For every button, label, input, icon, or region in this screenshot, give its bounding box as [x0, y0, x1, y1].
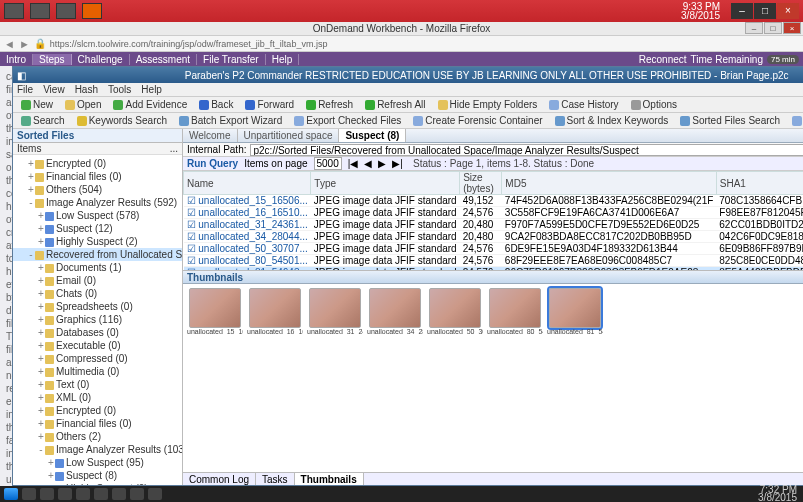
- reconnect-button[interactable]: Reconnect: [639, 54, 687, 65]
- case-history-button[interactable]: Case History: [545, 98, 622, 111]
- tree-node[interactable]: -Image Analyzer Results (103): [13, 443, 182, 456]
- thumbnail[interactable]: unallocated_34_28044_5.jpg: [367, 288, 423, 468]
- tree-node[interactable]: +Text (0): [13, 378, 182, 391]
- hide-empty-button[interactable]: Hide Empty Folders: [434, 98, 542, 111]
- new-button[interactable]: New: [17, 98, 57, 111]
- tree-node[interactable]: +Low Suspect (95): [13, 456, 182, 469]
- taskbar-item-4[interactable]: [76, 488, 90, 500]
- thumbnail[interactable]: unallocated_16_16510_9.jpg: [247, 288, 303, 468]
- table-row[interactable]: ☑ unallocated_16_16510...JPEG image data…: [184, 207, 804, 219]
- file-grid[interactable]: Name Type Size (bytes) MD5 SHA1 Creation…: [183, 171, 803, 271]
- open-button[interactable]: Open: [61, 98, 105, 111]
- taskbar-item-7[interactable]: [130, 488, 144, 500]
- ff-max[interactable]: □: [764, 22, 782, 34]
- os-max-button[interactable]: □: [754, 3, 776, 19]
- tree-node[interactable]: +Financial files (0): [13, 417, 182, 430]
- menu-file[interactable]: File: [17, 84, 33, 95]
- menu-tools[interactable]: Tools: [108, 84, 131, 95]
- tree-node[interactable]: +Suspect (8): [13, 469, 182, 482]
- table-row[interactable]: ☑ unallocated_50_30707...JPEG image data…: [184, 243, 804, 255]
- col-type[interactable]: Type: [311, 172, 460, 195]
- tree-node[interactable]: +Executable (0): [13, 339, 182, 352]
- items-per-page-value[interactable]: 5000: [314, 157, 342, 170]
- tree-node[interactable]: +Multimedia (0): [13, 365, 182, 378]
- table-row[interactable]: ☑ unallocated_15_16506...JPEG image data…: [184, 195, 804, 207]
- tree-node[interactable]: +Highly Suspect (0): [13, 482, 182, 485]
- menu-hash[interactable]: Hash: [75, 84, 98, 95]
- forward-button[interactable]: Forward: [241, 98, 298, 111]
- refresh-button[interactable]: Refresh: [302, 98, 357, 111]
- taskbar-firefox[interactable]: [82, 3, 102, 19]
- tab-steps[interactable]: Steps: [33, 54, 72, 65]
- tab-challenge[interactable]: Challenge: [72, 54, 130, 65]
- taskbar-item-5[interactable]: [94, 488, 108, 500]
- table-row[interactable]: ☑ unallocated_34_28044...JPEG image data…: [184, 231, 804, 243]
- tree-node[interactable]: +Encrypted (0): [13, 404, 182, 417]
- taskbar-item-6[interactable]: [112, 488, 126, 500]
- refresh-all-button[interactable]: Refresh All: [361, 98, 429, 111]
- ff-min[interactable]: –: [745, 22, 763, 34]
- taskbar-item-1[interactable]: [22, 488, 36, 500]
- path-field[interactable]: p2c://Sorted Files/Recovered from Unallo…: [250, 144, 803, 156]
- taskbar-item-8[interactable]: [148, 488, 162, 500]
- tab-common-log[interactable]: Common Log: [183, 473, 256, 485]
- thumbnail[interactable]: unallocated_31_24361_5.jpg: [307, 288, 363, 468]
- tree-node[interactable]: +Low Suspect (578): [13, 209, 182, 222]
- search-button[interactable]: Search: [17, 114, 69, 127]
- tab-thumbnails[interactable]: Thumbnails: [295, 473, 364, 485]
- back-icon[interactable]: ◄: [4, 38, 15, 50]
- os-min-button[interactable]: –: [731, 3, 753, 19]
- tab-assessment[interactable]: Assessment: [130, 54, 197, 65]
- taskbar-app-1[interactable]: [4, 3, 24, 19]
- options-button[interactable]: Options: [627, 98, 681, 111]
- forward-icon[interactable]: ►: [19, 38, 30, 50]
- tree-node[interactable]: +Databases (0): [13, 326, 182, 339]
- taskbar-item-2[interactable]: [40, 488, 54, 500]
- generate-report-button[interactable]: Generate Report: [788, 114, 803, 127]
- tree-node[interactable]: +Others (2): [13, 430, 182, 443]
- tree-node[interactable]: +Documents (1): [13, 261, 182, 274]
- keyword-search-button[interactable]: Keywords Search: [73, 114, 171, 127]
- nav-last-icon[interactable]: ▶|: [392, 158, 403, 169]
- taskbar-app-2[interactable]: [30, 3, 50, 19]
- tab-suspect[interactable]: Suspect (8): [339, 129, 406, 142]
- tree-node[interactable]: +Encrypted (0): [13, 157, 182, 170]
- address-bar[interactable]: https://slcm.toolwire.com/training/jsp/o…: [50, 39, 799, 49]
- thumbnail[interactable]: unallocated_81_54643_6.jpg: [547, 288, 603, 468]
- col-sha1[interactable]: SHA1: [716, 172, 803, 195]
- nav-next-icon[interactable]: ▶: [378, 158, 386, 169]
- taskbar-app-3[interactable]: [56, 3, 76, 19]
- add-evidence-button[interactable]: Add Evidence: [109, 98, 191, 111]
- thumbnail[interactable]: unallocated_50_30707_6.jpg: [427, 288, 483, 468]
- nav-prev-icon[interactable]: ◀: [364, 158, 372, 169]
- export-checked-button[interactable]: Export Checked Files: [290, 114, 405, 127]
- tree-node[interactable]: +Graphics (116): [13, 313, 182, 326]
- sort-index-button[interactable]: Sort & Index Keywords: [551, 114, 673, 127]
- tab-welcome[interactable]: Welcome: [183, 129, 238, 142]
- tab-unpartitioned[interactable]: Unpartitioned space: [238, 129, 340, 142]
- taskbar-item-3[interactable]: [58, 488, 72, 500]
- tree-node[interactable]: -Recovered from Unallocated Space (119): [13, 248, 182, 261]
- tree-view[interactable]: +Encrypted (0)+Financial files (0)+Other…: [13, 155, 182, 485]
- tree-node[interactable]: +Suspect (12): [13, 222, 182, 235]
- start-button[interactable]: [4, 488, 18, 500]
- ff-close[interactable]: ×: [783, 22, 801, 34]
- tree-node[interactable]: +XML (0): [13, 391, 182, 404]
- col-size[interactable]: Size (bytes): [460, 172, 502, 195]
- nav-first-icon[interactable]: |◀: [348, 158, 359, 169]
- forensic-container-button[interactable]: Create Forensic Container: [409, 114, 546, 127]
- col-name[interactable]: Name: [184, 172, 311, 195]
- table-row[interactable]: ☑ unallocated_80_54501...JPEG image data…: [184, 255, 804, 267]
- tree-node[interactable]: +Spreadsheets (0): [13, 300, 182, 313]
- run-query-button[interactable]: Run Query: [187, 158, 238, 169]
- os-close-button[interactable]: ×: [777, 3, 799, 19]
- tab-help[interactable]: Help: [266, 54, 300, 65]
- menu-help[interactable]: Help: [141, 84, 162, 95]
- tab-intro[interactable]: Intro: [0, 54, 33, 65]
- tree-node[interactable]: -Image Analyzer Results (592): [13, 196, 182, 209]
- tree-node[interactable]: +Others (504): [13, 183, 182, 196]
- back-button[interactable]: Back: [195, 98, 237, 111]
- thumbnail[interactable]: unallocated_15_16506_12...: [187, 288, 243, 468]
- thumbnail[interactable]: unallocated_80_54501_6.jpg: [487, 288, 543, 468]
- batch-export-button[interactable]: Batch Export Wizard: [175, 114, 286, 127]
